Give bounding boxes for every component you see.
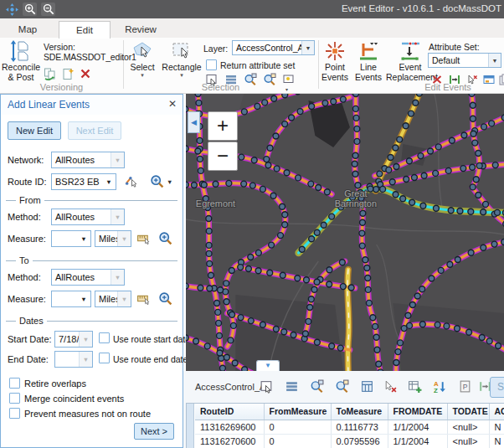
change-version-icon[interactable]: [44, 67, 58, 81]
event-point-marker[interactable]: [304, 277, 310, 283]
zoom-options-arrow[interactable]: ▼: [167, 178, 172, 186]
event-point-marker[interactable]: [470, 184, 476, 190]
next-button[interactable]: Next >: [134, 423, 174, 440]
event-point-marker[interactable]: [239, 154, 244, 160]
event-point-marker[interactable]: [492, 162, 498, 168]
event-point-marker[interactable]: [461, 132, 467, 138]
event-point-marker[interactable]: [291, 332, 296, 338]
tab-review[interactable]: Review: [117, 21, 164, 38]
event-point-marker[interactable]: [206, 228, 212, 234]
event-point-marker[interactable]: [354, 138, 360, 144]
event-point-marker[interactable]: [321, 222, 327, 228]
from-measure-input[interactable]: ▼: [51, 230, 91, 247]
event-point-marker[interactable]: [329, 343, 335, 349]
event-point-marker[interactable]: [284, 170, 290, 176]
event-point-marker[interactable]: [295, 275, 301, 281]
column-header[interactable]: TODATE: [447, 404, 489, 420]
event-point-marker[interactable]: [314, 229, 320, 235]
event-point-marker[interactable]: [216, 320, 222, 326]
event-point-marker[interactable]: [468, 250, 474, 255]
event-point-marker[interactable]: [269, 242, 275, 248]
event-point-marker[interactable]: [267, 270, 273, 275]
tab-map[interactable]: Map: [7, 21, 49, 38]
event-point-marker[interactable]: [407, 322, 413, 328]
event-point-marker[interactable]: [270, 193, 276, 198]
event-point-marker[interactable]: [186, 182, 188, 188]
event-point-marker[interactable]: [264, 157, 270, 162]
event-point-marker[interactable]: [248, 255, 254, 260]
event-point-marker[interactable]: [186, 283, 188, 289]
event-point-marker[interactable]: [340, 284, 346, 290]
chevron-down-icon[interactable]: ▼: [117, 231, 131, 246]
event-point-marker[interactable]: [486, 338, 492, 344]
event-point-marker[interactable]: [282, 121, 288, 127]
event-point-marker[interactable]: [249, 183, 255, 188]
zoom-in-icon[interactable]: [23, 3, 37, 16]
event-point-marker[interactable]: [248, 318, 254, 324]
event-point-marker[interactable]: [274, 166, 280, 172]
event-point-marker[interactable]: [420, 203, 426, 209]
event-point-marker[interactable]: [352, 161, 357, 167]
event-point-marker[interactable]: [251, 157, 257, 163]
event-point-marker[interactable]: [386, 167, 392, 173]
event-point-marker[interactable]: [466, 329, 472, 335]
event-point-marker[interactable]: [368, 186, 373, 192]
event-point-marker[interactable]: [445, 167, 451, 173]
event-point-marker[interactable]: [409, 302, 415, 308]
event-point-marker[interactable]: [397, 136, 403, 142]
event-point-marker[interactable]: [273, 327, 279, 332]
from-zoom-icon[interactable]: [158, 231, 172, 245]
select-features-icon[interactable]: [260, 379, 274, 394]
event-point-marker[interactable]: [217, 332, 223, 338]
event-point-marker[interactable]: [265, 162, 271, 168]
rectangle-button[interactable]: Rectangle ▾: [161, 40, 203, 78]
event-point-marker[interactable]: [363, 257, 368, 263]
event-point-marker[interactable]: [186, 335, 188, 341]
event-point-marker[interactable]: [339, 260, 345, 265]
event-point-marker[interactable]: [198, 285, 203, 291]
event-point-marker[interactable]: [226, 180, 232, 186]
event-point-marker[interactable]: [476, 151, 481, 157]
event-point-marker[interactable]: [419, 322, 425, 327]
event-point-marker[interactable]: [449, 137, 455, 143]
close-icon[interactable]: ✕: [168, 98, 177, 110]
event-point-marker[interactable]: [444, 323, 450, 329]
event-point-marker[interactable]: [495, 209, 501, 215]
event-point-marker[interactable]: [376, 361, 382, 367]
event-point-marker[interactable]: [473, 177, 479, 183]
event-point-marker[interactable]: [224, 299, 229, 305]
event-point-marker[interactable]: [241, 181, 247, 187]
event-point-marker[interactable]: [421, 173, 427, 178]
event-point-marker[interactable]: [360, 219, 366, 225]
event-point-marker[interactable]: [206, 250, 212, 256]
chevron-down-icon[interactable]: ▼: [79, 352, 92, 367]
event-point-marker[interactable]: [419, 286, 425, 292]
event-point-marker[interactable]: [435, 322, 440, 327]
event-point-marker[interactable]: [207, 286, 213, 291]
network-dropdown[interactable]: AllRoutes ▼: [51, 152, 125, 168]
event-point-marker[interactable]: [373, 334, 379, 340]
event-point-marker[interactable]: [393, 164, 399, 170]
event-point-marker[interactable]: [395, 349, 401, 355]
event-point-marker[interactable]: [281, 329, 287, 335]
merge-coincident-checkbox[interactable]: [9, 393, 20, 404]
chevron-down-icon[interactable]: ▼: [111, 152, 124, 167]
column-header[interactable]: FROMDATE: [388, 404, 447, 420]
event-point-marker[interactable]: [348, 285, 354, 291]
chevron-down-icon[interactable]: ▼: [111, 209, 124, 224]
event-point-marker[interactable]: [316, 185, 321, 191]
chevron-down-icon[interactable]: ▼: [488, 54, 501, 67]
event-point-marker[interactable]: [308, 181, 314, 187]
event-point-marker[interactable]: [438, 267, 444, 273]
event-point-marker[interactable]: [455, 326, 460, 332]
event-point-marker[interactable]: [309, 236, 315, 242]
event-point-marker[interactable]: [355, 183, 361, 188]
event-point-marker[interactable]: [206, 242, 212, 248]
event-point-marker[interactable]: [307, 305, 313, 311]
event-point-marker[interactable]: [393, 360, 399, 366]
event-point-marker[interactable]: [380, 186, 386, 192]
event-point-marker[interactable]: [501, 239, 504, 245]
event-point-marker[interactable]: [282, 212, 288, 218]
event-point-marker[interactable]: [481, 245, 486, 250]
event-point-marker[interactable]: [198, 167, 203, 173]
